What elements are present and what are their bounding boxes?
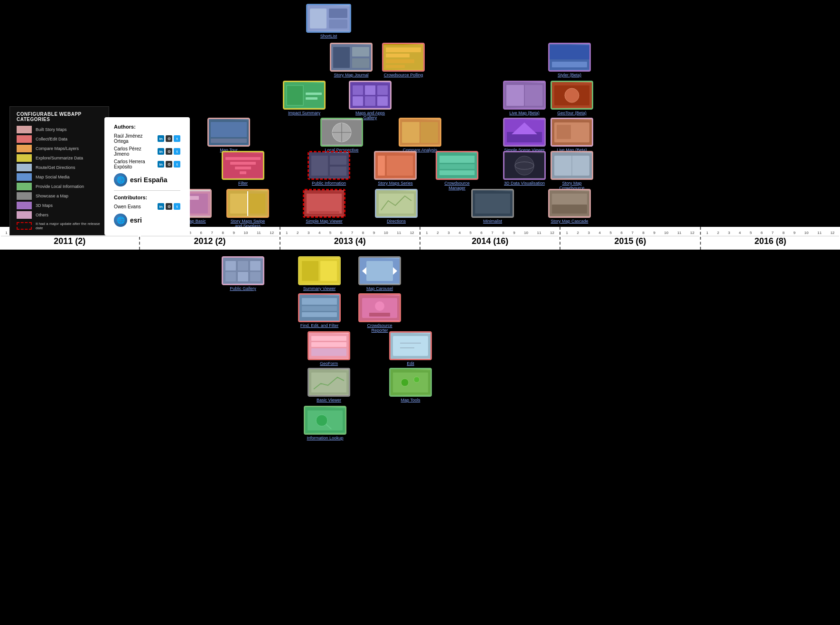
svg-rect-26 [365, 96, 375, 106]
card-map-tour[interactable]: Map Tour [207, 118, 250, 152]
year-label-2014: 2014 (16) [472, 236, 508, 246]
authors-label: Authors: [114, 124, 180, 130]
card-info-lookup[interactable]: Information Lookup [304, 406, 346, 440]
year-2014: 123456789101112 2014 (16) [420, 227, 560, 250]
card-geotour[interactable]: GeoTour (Beta) [551, 81, 593, 115]
svg-rect-111 [366, 261, 393, 281]
svg-rect-27 [377, 96, 388, 106]
github-icon-c1[interactable]: ⊙ [166, 203, 172, 210]
card-maps-apps[interactable]: Maps and Apps Gallery [349, 81, 392, 120]
card-swipe[interactable]: Story Maps Swipe and Spyglass [226, 189, 269, 228]
card-public-gallery[interactable]: Public Gallery [222, 256, 264, 291]
svg-rect-10 [386, 54, 410, 57]
card-shortlist[interactable]: ShortList [306, 4, 351, 38]
legend-text-compare: Compare Maps/Layers [36, 146, 79, 151]
card-journal[interactable]: Story Map Journal [330, 43, 373, 77]
svg-rect-62 [378, 156, 385, 176]
legend: CONFIGURABLE WEBAPP CATEGORIES Built Sto… [9, 106, 109, 235]
esri-logo-2: 🌐 esri [114, 214, 180, 227]
legend-swatch-explore [17, 154, 32, 162]
svg-rect-23 [365, 85, 375, 95]
svg-rect-99 [552, 205, 587, 214]
card-crowdsource-reporter[interactable]: Crowdsource Reporter [358, 293, 401, 333]
card-label-compare-scenes: Live Map (Beta) [509, 111, 540, 115]
card-styler[interactable]: Styler (Beta) [548, 43, 591, 77]
svg-rect-17 [287, 85, 303, 105]
card-crowdsource-polling[interactable]: Crowdsource Polling [382, 43, 425, 77]
linkedin-icon-1[interactable]: in [158, 135, 164, 142]
esri-globe-icon-1: 🌐 [114, 173, 127, 187]
card-live-map[interactable]: Live Map (Beta) [551, 118, 593, 152]
legend-text-collect: Collect/Edit Data [36, 137, 67, 141]
card-label-filter: Filter [238, 181, 248, 186]
card-edit[interactable]: Edit [389, 331, 432, 366]
legend-note-box [17, 222, 32, 230]
github-icon-3[interactable]: ⊙ [166, 161, 172, 168]
svg-rect-127 [393, 336, 428, 356]
svg-rect-121 [369, 313, 390, 317]
card-directions[interactable]: Directions [375, 189, 418, 224]
card-local-perspective[interactable]: Local Perspective [320, 118, 363, 152]
card-story-series[interactable]: Story Maps Series [374, 151, 417, 186]
card-label-shortlist: ShortList [320, 34, 337, 38]
legend-swatch-showcase [17, 192, 32, 200]
year-2013: 123456789101112 2013 (4) [280, 227, 420, 250]
card-find-edit[interactable]: Find, Edit, and Filter [298, 293, 341, 328]
svg-rect-104 [225, 272, 236, 281]
card-label-edit: Edit [407, 361, 414, 366]
legend-swatch-compare [17, 145, 32, 152]
svg-rect-105 [238, 272, 248, 281]
svg-rect-9 [386, 47, 421, 52]
svg-rect-60 [330, 167, 346, 176]
legend-swatch-story [17, 126, 32, 133]
contributor-1-socials[interactable]: in ⊙ t [158, 203, 180, 210]
linkedin-icon-c1[interactable]: in [158, 203, 164, 210]
svg-rect-52 [223, 153, 263, 178]
card-map-tools[interactable]: Map Tools [389, 368, 432, 402]
github-icon-1[interactable]: ⊙ [166, 135, 172, 142]
twitter-icon-2[interactable]: t [174, 148, 180, 155]
linkedin-icon-2[interactable]: in [158, 148, 164, 155]
card-label-public-gallery: Public Gallery [230, 286, 256, 291]
twitter-icon-3[interactable]: t [174, 161, 180, 168]
author-1-socials[interactable]: in ⊙ t [158, 135, 180, 142]
card-public-info[interactable]: Public Information [308, 151, 350, 186]
svg-rect-12 [386, 65, 405, 68]
card-geoform[interactable]: GeoForm [308, 331, 350, 366]
svg-rect-3 [329, 19, 347, 28]
legend-swatch-other [17, 211, 32, 219]
legend-item-story: Built Story Maps [17, 126, 102, 133]
card-filter[interactable]: Filter [222, 151, 264, 186]
card-impact[interactable]: Impact Summary [283, 81, 326, 115]
year-label-2016: 2016 (8) [755, 236, 786, 246]
card-minimalist[interactable]: Minimalist [471, 189, 514, 224]
card-map-carousel[interactable]: Map Carousel [358, 256, 401, 291]
svg-rect-49 [557, 125, 571, 139]
author-3-socials[interactable]: in ⊙ t [158, 161, 180, 168]
svg-rect-65 [439, 156, 475, 163]
svg-rect-53 [225, 157, 261, 160]
card-compare-scenes[interactable]: Live Map (Beta) [503, 81, 546, 115]
svg-rect-43 [420, 122, 438, 143]
twitter-icon-1[interactable]: t [174, 135, 180, 142]
card-story-crowdsource[interactable]: Story Map Crowdsource [551, 151, 593, 190]
author-name-3: Carlos Herrera Expósito [114, 159, 158, 169]
linkedin-icon-3[interactable]: in [158, 161, 164, 168]
card-cascade[interactable]: Story Map Cascade [548, 189, 591, 224]
author-2-socials[interactable]: in ⊙ t [158, 148, 180, 155]
card-crowdsource-mgr[interactable]: Crowdsource Manager [436, 151, 478, 190]
svg-rect-6 [352, 47, 369, 56]
twitter-icon-c1[interactable]: t [174, 203, 180, 210]
svg-rect-63 [387, 156, 413, 176]
card-simple-map[interactable]: Simple Map Viewer [303, 189, 345, 224]
card-summary[interactable]: Summary Viewer [298, 256, 341, 291]
card-3d-vis[interactable]: 3D Data Visualisation [503, 151, 546, 186]
svg-point-138 [316, 415, 327, 426]
card-compare-analysis[interactable]: Compare Analysis [399, 118, 441, 152]
github-icon-2[interactable]: ⊙ [166, 148, 172, 155]
year-2016: 123456789101112 2016 (8) [701, 227, 840, 250]
card-simple-scene[interactable]: Simple Scene Viewer [503, 118, 546, 152]
card-basic-viewer[interactable]: Basic Viewer [308, 368, 350, 402]
svg-rect-5 [333, 47, 350, 68]
svg-rect-30 [525, 85, 542, 106]
